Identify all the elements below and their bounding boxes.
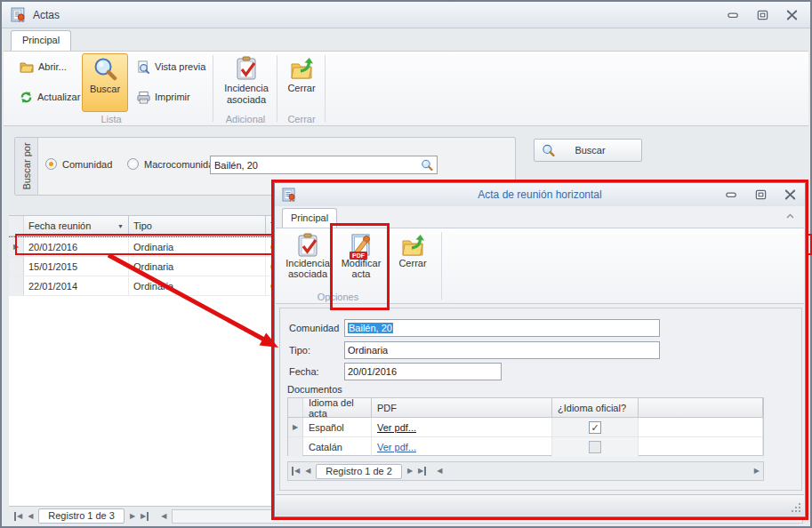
fecha-field[interactable]: 20/01/2016	[344, 363, 502, 380]
comunidad-field[interactable]: Bailén, 20	[344, 319, 660, 337]
minimize-icon[interactable]	[728, 10, 739, 20]
dialog-window-controls	[726, 189, 796, 200]
group-label-adicional: Adicional	[214, 114, 277, 124]
ribbon-group-adicional: Incidenciaasociada Adicional	[214, 52, 277, 125]
community-search-input[interactable]: Bailén, 20	[210, 156, 438, 174]
dialog-cerrar-button[interactable]: Cerrar	[390, 230, 436, 291]
main-ribbon: Abrir... Actualizar Buscar Vista previa …	[4, 51, 808, 126]
ribbon-group-cerrar: Cerrar Cerrar	[278, 52, 325, 125]
nav-last-button[interactable]: ▶	[141, 512, 149, 521]
tab-principal[interactable]: Principal	[11, 30, 71, 51]
pdf-badge: PDF	[350, 252, 367, 260]
modify-pdf-icon: PDF	[349, 233, 374, 258]
printer-icon	[137, 91, 150, 104]
tipo-field[interactable]: Ordinaria	[344, 341, 660, 359]
nav-first-button[interactable]: ◀	[14, 512, 22, 521]
dialog-nav-prev-button[interactable]: ◀	[305, 467, 310, 476]
maximize-icon[interactable]	[757, 10, 768, 20]
close-icon[interactable]	[786, 10, 798, 20]
dialog-incidencia-button[interactable]: Incidenciaasociada	[283, 230, 333, 291]
ribbon-group-lista: Abrir... Actualizar Buscar Vista previa …	[9, 52, 213, 125]
column-fecha-reunion[interactable]: Fecha reunión ▼	[24, 216, 129, 236]
row-indicator-icon: ▶	[9, 237, 24, 256]
ver-pdf-link-catalan[interactable]: Ver pdf...	[377, 442, 416, 452]
nav-prev-button[interactable]: ◀	[28, 512, 33, 521]
dialog-close-icon[interactable]	[784, 189, 796, 200]
open-folder-icon	[20, 60, 34, 73]
resize-grip[interactable]	[791, 502, 801, 513]
documents-grid: Idioma del acta PDF ¿Idioma oficial? ▶ E…	[287, 397, 764, 456]
incidencia-asociada-button[interactable]: Incidenciaasociada	[221, 53, 272, 112]
doc-row-catalan[interactable]: Catalán Ver pdf...	[288, 437, 763, 457]
app-icon	[11, 7, 26, 22]
column-idioma[interactable]: Idioma del acta	[303, 398, 372, 417]
clipboard-check-icon	[234, 56, 259, 81]
preview-icon	[137, 60, 150, 74]
ribbon-collapse-icon[interactable]	[786, 213, 794, 219]
search-panel-caption: Buscar por	[15, 138, 38, 195]
group-label-opciones: Opciones	[293, 292, 382, 302]
buscar-button[interactable]: Buscar	[534, 139, 642, 162]
dialog-nav-next-button[interactable]: ▶	[407, 467, 413, 476]
group-label-lista: Lista	[9, 114, 213, 124]
dialog-horizontal-scrollbar[interactable]	[447, 464, 744, 478]
screen: Actas Principal Abrir... Actualizar	[0, 0, 812, 528]
dialog-tab-principal[interactable]: Principal	[282, 208, 337, 228]
dialog-modificar-acta-button[interactable]: PDF Modificaracta	[336, 230, 386, 291]
cerrar-button[interactable]: Cerrar	[278, 53, 325, 112]
dialog-nav-last-button[interactable]: ▶	[418, 467, 426, 476]
record-counter: Registro 1 de 3	[38, 508, 125, 524]
ver-pdf-link-espanol[interactable]: Ver pdf...	[377, 422, 416, 433]
annotation-dialog-border: Acta de reunión horizontal Principal Inc…	[271, 180, 808, 520]
column-tipo[interactable]: Tipo	[129, 216, 266, 236]
imprimir-button[interactable]: Imprimir	[133, 87, 194, 107]
dialog-window: Acta de reunión horizontal Principal Inc…	[274, 182, 806, 517]
main-titlebar: Actas	[2, 2, 810, 28]
radio-macro-circle	[127, 158, 139, 170]
sort-desc-icon: ▼	[117, 223, 124, 229]
scroll-left-button[interactable]: ◀	[161, 512, 166, 521]
comunidad-label: Comunidad	[289, 323, 339, 333]
radio-comunidad[interactable]: Comunidad	[45, 158, 112, 170]
buscar-button-icon	[542, 144, 555, 157]
close-folder-icon	[400, 233, 425, 258]
dialog-nav-first-button[interactable]: ◀	[292, 467, 300, 476]
dialog-maximize-icon[interactable]	[755, 189, 767, 200]
dialog-minimize-icon[interactable]	[726, 189, 737, 200]
group-label-cerrar: Cerrar	[278, 114, 325, 124]
column-pdf[interactable]: PDF	[372, 398, 552, 417]
tipo-label: Tipo:	[289, 345, 310, 356]
oficial-checkbox-catalan[interactable]	[589, 441, 601, 453]
dialog-form-panel: Comunidad Bailén, 20 Tipo: Ordinaria Fec…	[279, 308, 802, 491]
doc-row-espanol[interactable]: ▶ Español Ver pdf...	[288, 418, 763, 437]
radio-macrocomunidad[interactable]: Macrocomunidad	[127, 158, 219, 170]
field-search-icon[interactable]	[421, 159, 433, 172]
row-indicator-icon: ▶	[288, 418, 303, 436]
actualizar-button[interactable]: Actualizar	[16, 87, 84, 107]
abrir-button[interactable]: Abrir...	[16, 57, 70, 76]
window-title: Actas	[33, 9, 60, 21]
radio-comunidad-circle	[45, 158, 57, 170]
main-window-controls	[728, 10, 798, 20]
fecha-label: Fecha:	[289, 366, 319, 377]
dialog-record-counter: Registro 1 de 2	[316, 464, 402, 479]
clipboard-check-icon	[295, 233, 320, 258]
nav-next-button[interactable]: ▶	[130, 512, 135, 521]
buscar-ribbon-button[interactable]: Buscar	[82, 53, 128, 112]
column-idioma-oficial[interactable]: ¿Idioma oficial?	[552, 398, 639, 417]
documentos-label: Documentos	[287, 384, 342, 395]
main-tab-row: Principal	[2, 28, 810, 51]
dialog-statusbar	[276, 494, 804, 516]
oficial-checkbox-espanol[interactable]	[589, 421, 601, 434]
vista-previa-button[interactable]: Vista previa	[133, 57, 209, 76]
dialog-app-icon	[282, 188, 296, 202]
dialog-record-navigator: ◀ ◀ Registro 1 de 2 ▶ ▶ ◀ ▶	[287, 461, 764, 481]
dialog-tab-row: Principal	[275, 206, 805, 228]
close-folder-icon	[289, 56, 314, 81]
dialog-ribbon: Incidenciaasociada PDF Modificaracta Cer…	[276, 228, 804, 304]
search-icon	[92, 57, 117, 82]
dialog-scroll-left-button[interactable]: ◀	[437, 467, 442, 476]
refresh-icon	[20, 91, 33, 104]
dialog-scroll-right-button[interactable]: ▶	[754, 467, 760, 476]
